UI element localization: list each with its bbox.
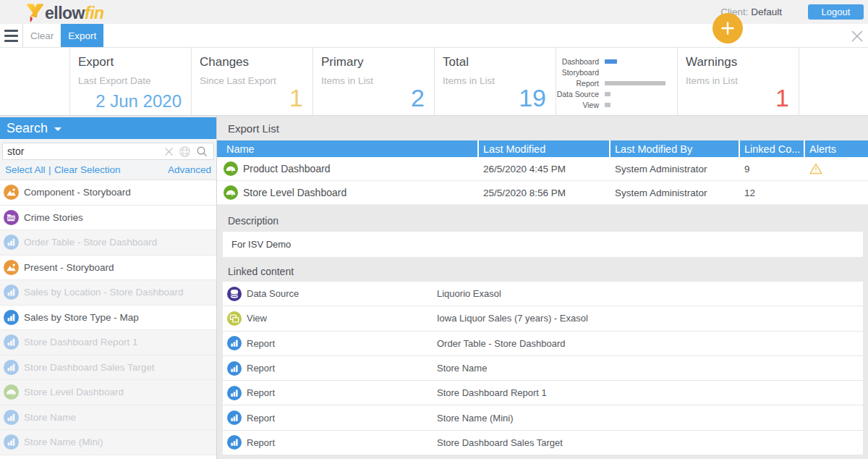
list-item[interactable]: Component - Storyboard [0,180,216,206]
advanced-link[interactable]: Advanced [168,164,211,175]
stat-cell-total: TotalItems in List19 [434,48,556,115]
report-icon [227,435,242,450]
tab-clear[interactable]: Clear [23,24,61,47]
view-icon [227,311,242,326]
stat-subtitle: Items in List [321,75,425,87]
clear-search-icon[interactable] [165,148,173,156]
stat-subtitle: Since Last Export [200,75,303,87]
linked-type: Report [247,437,420,448]
column-header[interactable]: Last Modified [479,140,609,157]
export-list-title: Export List [217,116,868,140]
row-modified-by: System Administrator [610,181,739,204]
chart-row: Storyboard [556,67,677,77]
list-item[interactable]: Sales by Store Type - Map [0,306,216,331]
tab-export[interactable]: Export [61,24,103,47]
linked-type: Data Source [247,288,420,299]
search-panel-header[interactable]: Search [0,117,216,139]
chart-row: Dashboard [556,56,677,67]
row-modified: 25/5/2020 8:56 PM [479,181,609,204]
stat-cell-warnings: WarningsItems in List1 [677,48,799,115]
report-icon [227,410,242,425]
stat-value: 2 Jun 2020 [95,93,182,110]
linked-value: Store Name [437,363,487,374]
linked-value: Store Name (Mini) [437,413,513,424]
menu-icon[interactable] [0,24,23,47]
yellowfin-app: ellowfin Client: Default Logout ClearExp… [0,0,868,459]
logo-text-dark: ellow [45,4,85,22]
report-icon [4,410,19,425]
stat-title: Warnings [686,55,789,70]
content: Search [0,116,868,459]
linked-value: Liquorio Exasol [437,288,501,299]
row-name: Store Level Dashboard [243,187,346,198]
search-box [2,143,214,160]
linked-content-row[interactable]: ReportOrder Table - Store Dashboard [223,332,863,356]
add-button[interactable] [712,13,743,43]
linked-row-left: Report [227,410,437,425]
column-header[interactable]: Linked Co... [740,140,804,157]
close-icon[interactable] [851,30,863,42]
main-panel: Export List NameLast ModifiedLast Modifi… [217,116,868,459]
row-name-cell: Product Dashboard [217,157,477,180]
linked-content-row[interactable]: ViewIowa Liquor Sales (7 years) - Exasol [223,306,863,331]
table-row[interactable]: Store Level Dashboard25/5/2020 8:56 PMSy… [217,181,868,205]
stat-value: 1 [775,85,789,110]
chart-category-label: Dashboard [556,57,599,66]
storyboard-icon [4,260,19,275]
list-item[interactable]: Store Dashboard Report 1 [0,330,216,355]
list-item[interactable]: Store Dashboard Sales Target [0,355,216,381]
description-title: Description [217,205,868,231]
report-icon [227,386,242,400]
stat-value: 1 [289,85,303,110]
report-icon [227,336,242,350]
list-item[interactable]: Order Table - Store Dashboard [0,230,216,256]
search-area: Select All | Clear Selection Advanced [0,139,216,180]
stat-cell-export: ExportLast Export Date2 Jun 2020 [69,48,191,115]
logo-text-accent: fin [85,4,106,22]
chart-bar [605,81,665,85]
sidebar: Search [0,116,217,459]
report-icon [4,360,19,375]
search-icon[interactable] [197,146,207,156]
dashboard-icon [4,384,19,400]
linked-content-row[interactable]: Data SourceLiquorio Exasol [223,282,863,306]
story-icon [4,210,19,225]
logout-button[interactable]: Logout [808,4,864,20]
list-item-label: Crime Stories [24,212,83,223]
column-header[interactable]: Last Modified By [610,140,739,157]
linked-content-row[interactable]: ReportStore Dashboard Sales Target [223,431,863,455]
list-item-label: Order Table - Store Dashboard [24,237,157,248]
search-input[interactable] [3,146,165,157]
search-panel-title: Search [7,121,48,136]
row-alerts [805,157,868,180]
toolbar-tabs: ClearExport [23,24,103,47]
globe-icon[interactable] [179,146,190,157]
linked-content-list: Data SourceLiquorio ExasolViewIowa Liquo… [223,282,863,455]
search-results-list: Component - StoryboardCrime StoriesOrder… [0,180,216,455]
select-all-link[interactable]: Select All [5,164,46,175]
list-item[interactable]: Crime Stories [0,206,216,231]
linked-row-left: Report [227,386,437,400]
column-header[interactable]: Name [217,140,477,157]
column-header[interactable]: Alerts [805,140,868,157]
report-icon [227,361,242,376]
stat-subtitle: Items in List [686,75,789,87]
stat-subtitle: Last Export Date [78,75,182,87]
clear-selection-link[interactable]: Clear Selection [54,164,121,175]
report-icon [4,235,19,250]
chart-bar [605,92,610,96]
list-item[interactable]: Present - Storyboard [0,256,216,281]
table-row[interactable]: Product Dashboard26/5/2020 4:45 PMSystem… [217,157,868,181]
linked-content-row[interactable]: ReportStore Name (Mini) [223,405,863,430]
linked-content-row[interactable]: ReportStore Dashboard Report 1 [223,381,863,405]
stat-title: Export [78,55,182,70]
plus-icon [720,21,735,35]
list-item[interactable]: Store Level Dashboard [0,380,216,405]
list-item[interactable]: Sales by Location - Store Dashboard [0,280,216,306]
linked-content-row[interactable]: ReportStore Name [223,356,863,381]
linked-value: Store Dashboard Sales Target [437,437,563,448]
list-item[interactable]: Store Name (Mini) [0,430,216,455]
list-item[interactable]: Store Name [0,405,216,431]
list-item-label: Sales by Location - Store Dashboard [24,287,184,298]
stat-filler-right [799,48,868,115]
